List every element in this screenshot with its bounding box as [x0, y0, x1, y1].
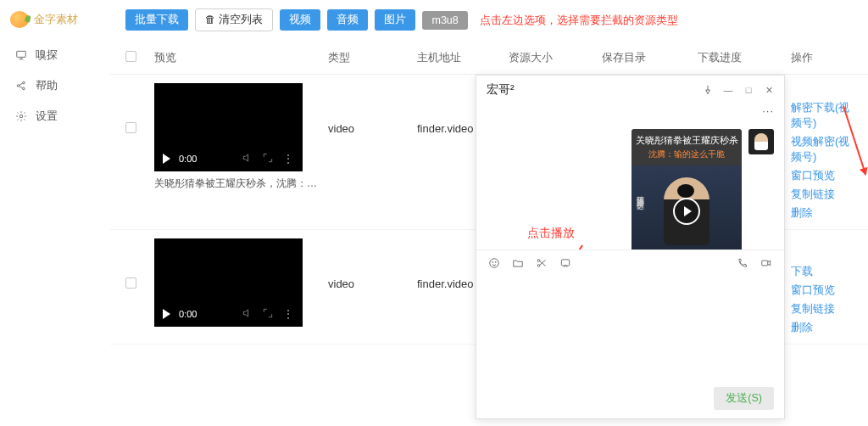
svg-point-6 — [492, 261, 493, 262]
th-dir: 保存目录 — [602, 50, 698, 65]
emoji-icon[interactable] — [488, 257, 500, 272]
more-icon[interactable]: ⋮ — [282, 152, 294, 165]
chat-more-button[interactable]: ··· — [476, 103, 784, 124]
sidebar-item-label: 嗅探 — [36, 48, 58, 63]
fullscreen-icon[interactable] — [262, 307, 274, 321]
monitor-icon — [15, 49, 27, 61]
gear-icon — [15, 110, 27, 122]
app-name: 金字素材 — [34, 12, 78, 27]
toolbar-hint: 点击左边选项，选择需要拦截的资源类型 — [480, 13, 678, 28]
maximize-icon[interactable]: □ — [742, 84, 755, 96]
more-icon[interactable]: ⋮ — [282, 307, 294, 321]
op-delete[interactable]: 删除 — [791, 320, 853, 335]
sidebar-item-settings[interactable]: 设置 — [0, 101, 110, 132]
chat-titlebar[interactable]: 宏哥² — □ ✕ — [476, 76, 784, 103]
row-checkbox[interactable] — [125, 277, 136, 289]
chat-title: 宏哥² — [487, 82, 694, 98]
chat-history-icon[interactable] — [559, 257, 571, 272]
folder-icon[interactable] — [512, 257, 524, 272]
fullscreen-icon[interactable] — [262, 152, 274, 165]
trash-icon: 🗑 — [205, 14, 216, 25]
svg-point-4 — [19, 115, 23, 118]
volume-icon[interactable] — [242, 152, 253, 165]
chat-input[interactable] — [476, 278, 784, 387]
video-preview[interactable]: 0:00 ⋮ — [154, 238, 303, 327]
play-icon[interactable] — [163, 154, 170, 164]
op-download[interactable]: 下载 — [791, 264, 853, 279]
svg-point-7 — [495, 261, 496, 262]
cell-type: video — [328, 238, 417, 290]
video-time: 0:00 — [179, 154, 197, 164]
filter-m3u8-button[interactable]: m3u8 — [422, 11, 467, 30]
th-preview: 预览 — [154, 50, 328, 65]
app-logo: 金字素材 — [0, 8, 110, 40]
svg-rect-10 — [561, 260, 569, 266]
cell-type: video — [328, 83, 417, 135]
send-button[interactable]: 发送(S) — [714, 387, 774, 410]
sidebar-item-label: 帮助 — [36, 78, 58, 93]
sidebar: 金字素材 嗅探 帮助 设置 — [0, 0, 110, 426]
op-preview-window[interactable]: 窗口预览 — [791, 283, 853, 298]
op-copy-link[interactable]: 复制链接 — [791, 187, 853, 202]
cell-ops: 解密下载(视频号) 视频解密(视频号) 窗口预览 复制链接 删除 — [791, 83, 853, 221]
minimize-icon[interactable]: — — [721, 84, 735, 96]
toolbar: 批量下载 🗑 清空列表 视频 音频 图片 m3u8 点击左边选项，选择需要拦截的… — [110, 8, 868, 42]
phone-icon[interactable] — [737, 257, 748, 272]
op-preview-window[interactable]: 窗口预览 — [791, 168, 853, 183]
annotation-arrow — [539, 244, 583, 249]
volume-icon[interactable] — [242, 307, 253, 321]
th-host: 主机地址 — [417, 50, 509, 65]
cell-ops: 下载 窗口预览 复制链接 删除 — [791, 238, 853, 335]
video-preview[interactable]: 0:00 ⋮ — [154, 83, 303, 171]
video-card[interactable]: 关晓彤猜拳被王耀庆秒杀 沈腾：输的这么干脆 综艺王牌对王牌之你 《无敌是多么寂寞… — [632, 129, 742, 249]
svg-point-2 — [23, 81, 25, 84]
card-title: 关晓彤猜拳被王耀庆秒杀 — [635, 134, 738, 147]
svg-point-1 — [17, 85, 19, 87]
play-icon[interactable] — [163, 309, 170, 319]
th-size: 资源大小 — [509, 50, 602, 65]
chat-window: 宏哥² — □ ✕ ··· 点击播放 关晓彤猜拳被王耀庆秒杀 沈腾：输的这么干脆… — [476, 75, 785, 419]
card-side-text: 综艺王牌对王牌之你 — [635, 189, 646, 197]
th-ops: 操作 — [791, 50, 853, 65]
th-progress: 下载进度 — [698, 50, 791, 65]
share-icon — [15, 80, 27, 92]
svg-point-3 — [23, 87, 25, 90]
sidebar-item-sniff[interactable]: 嗅探 — [0, 40, 110, 70]
sidebar-item-help[interactable]: 帮助 — [0, 70, 110, 101]
op-copy-link[interactable]: 复制链接 — [791, 301, 853, 317]
svg-rect-0 — [17, 51, 26, 57]
filter-video-button[interactable]: 视频 — [280, 9, 320, 31]
orange-icon — [10, 11, 29, 28]
video-time: 0:00 — [179, 309, 197, 319]
op-decrypt-download[interactable]: 解密下载(视频号) — [791, 100, 853, 131]
clear-list-button[interactable]: 🗑 清空列表 — [195, 8, 273, 31]
chat-toolbar — [476, 249, 784, 278]
filter-image-button[interactable]: 图片 — [375, 9, 415, 31]
svg-point-5 — [490, 259, 499, 268]
pin-icon[interactable] — [701, 84, 715, 96]
svg-rect-11 — [762, 261, 768, 266]
card-subtitle: 沈腾：输的这么干脆 — [635, 149, 738, 160]
scissors-icon[interactable] — [536, 257, 548, 272]
select-all-checkbox[interactable] — [125, 51, 136, 62]
play-circle-icon[interactable] — [673, 198, 700, 225]
batch-download-button[interactable]: 批量下载 — [125, 9, 188, 31]
th-type: 类型 — [328, 50, 417, 65]
chat-message: 关晓彤猜拳被王耀庆秒杀 沈腾：输的这么干脆 综艺王牌对王牌之你 《无敌是多么寂寞… — [632, 129, 774, 249]
close-icon[interactable]: ✕ — [762, 84, 776, 96]
table-header: 预览 类型 主机地址 资源大小 保存目录 下载进度 操作 — [110, 42, 868, 75]
chat-body: 点击播放 关晓彤猜拳被王耀庆秒杀 沈腾：输的这么干脆 综艺王牌对王牌之你 《无敌… — [476, 124, 784, 249]
video-caption: 关晓彤猜拳被王耀庆秒杀，沈腾：输的这么干脆 — [154, 177, 324, 191]
sender-avatar[interactable] — [748, 129, 774, 154]
video-call-icon[interactable] — [760, 257, 772, 272]
annotation-text: 点击播放 — [527, 226, 575, 241]
filter-audio-button[interactable]: 音频 — [327, 9, 368, 31]
op-delete[interactable]: 删除 — [791, 205, 853, 221]
row-checkbox[interactable] — [125, 122, 136, 133]
sidebar-item-label: 设置 — [36, 109, 58, 124]
op-video-decrypt[interactable]: 视频解密(视频号) — [791, 134, 853, 165]
